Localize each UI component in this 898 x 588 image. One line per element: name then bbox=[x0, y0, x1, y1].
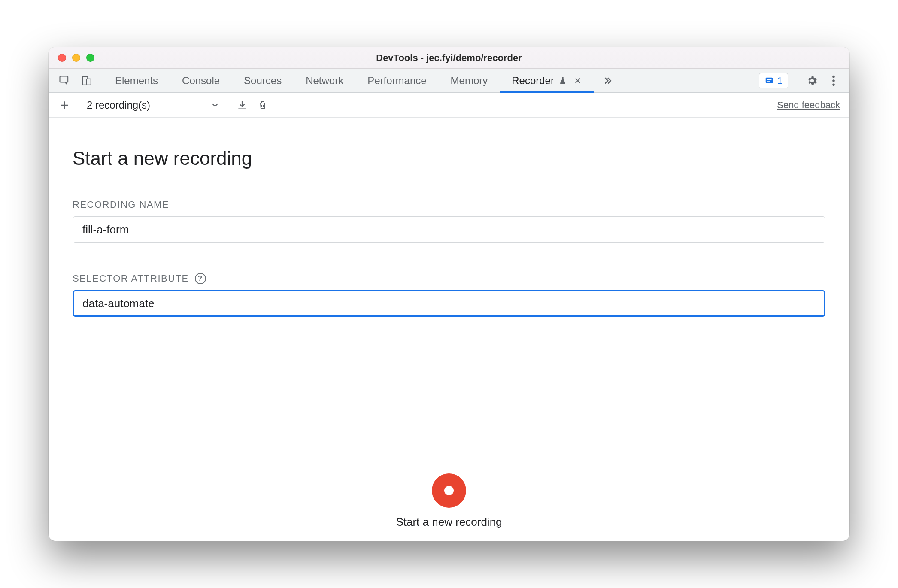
more-tabs-icon[interactable] bbox=[594, 69, 620, 92]
svg-rect-4 bbox=[767, 79, 771, 80]
recording-name-label: RECORDING NAME bbox=[73, 199, 825, 210]
recording-name-input[interactable] bbox=[73, 216, 825, 243]
svg-rect-2 bbox=[87, 79, 91, 85]
zoom-window-button[interactable] bbox=[86, 54, 94, 62]
recordings-dropdown-label: 2 recording(s) bbox=[87, 99, 150, 111]
devtools-window: DevTools - jec.fyi/demo/recorder bbox=[49, 47, 849, 541]
tab-label: Recorder bbox=[512, 75, 554, 87]
tab-elements[interactable]: Elements bbox=[103, 69, 170, 92]
svg-point-8 bbox=[832, 83, 835, 86]
recorder-toolbar: 2 recording(s) Send feedback bbox=[49, 93, 849, 118]
close-window-button[interactable] bbox=[58, 54, 66, 62]
experiment-flask-icon bbox=[558, 76, 567, 85]
titlebar: DevTools - jec.fyi/demo/recorder bbox=[49, 47, 849, 69]
issues-button[interactable]: 1 bbox=[759, 73, 788, 88]
svg-rect-3 bbox=[766, 77, 773, 83]
start-recording-button[interactable] bbox=[432, 473, 466, 508]
divider bbox=[79, 99, 79, 112]
tab-memory[interactable]: Memory bbox=[439, 69, 500, 92]
more-menu-icon[interactable] bbox=[827, 74, 840, 87]
settings-gear-icon[interactable] bbox=[806, 74, 819, 87]
tab-label: Network bbox=[306, 75, 343, 87]
tab-sources[interactable]: Sources bbox=[232, 69, 294, 92]
start-recording-label: Start a new recording bbox=[396, 515, 502, 529]
selector-attribute-label: SELECTOR ATTRIBUTE ? bbox=[73, 273, 825, 284]
svg-rect-0 bbox=[60, 76, 68, 82]
send-feedback-link[interactable]: Send feedback bbox=[777, 100, 840, 111]
main-tabstrip: Elements Console Sources Network Perform… bbox=[49, 69, 849, 93]
tab-label: Elements bbox=[115, 75, 158, 87]
close-tab-icon[interactable] bbox=[574, 77, 582, 85]
tab-label: Console bbox=[182, 75, 220, 87]
recorder-footer: Start a new recording bbox=[49, 463, 849, 541]
tab-label: Sources bbox=[244, 75, 282, 87]
inspect-element-icon[interactable] bbox=[58, 74, 71, 87]
tab-performance[interactable]: Performance bbox=[355, 69, 438, 92]
recordings-dropdown[interactable]: 2 recording(s) bbox=[87, 99, 220, 111]
svg-point-6 bbox=[832, 75, 835, 78]
record-icon bbox=[444, 486, 454, 495]
recorder-start-panel: Start a new recording RECORDING NAME SEL… bbox=[49, 118, 849, 463]
device-toolbar-icon[interactable] bbox=[80, 74, 93, 87]
tab-recorder[interactable]: Recorder bbox=[500, 69, 594, 92]
divider bbox=[228, 99, 228, 112]
minimize-window-button[interactable] bbox=[72, 54, 80, 62]
issues-icon bbox=[765, 76, 774, 85]
tab-console[interactable]: Console bbox=[170, 69, 232, 92]
export-icon[interactable] bbox=[236, 99, 249, 112]
add-recording-icon[interactable] bbox=[58, 99, 71, 112]
svg-point-7 bbox=[832, 79, 835, 82]
divider bbox=[797, 74, 797, 87]
tab-label: Memory bbox=[451, 75, 488, 87]
tab-label: Performance bbox=[367, 75, 426, 87]
issues-count: 1 bbox=[777, 75, 783, 86]
page-heading: Start a new recording bbox=[73, 148, 825, 169]
svg-rect-5 bbox=[767, 81, 770, 82]
window-controls bbox=[49, 54, 94, 62]
selector-attribute-input[interactable] bbox=[73, 290, 825, 317]
delete-icon[interactable] bbox=[256, 99, 269, 112]
help-icon[interactable]: ? bbox=[195, 273, 206, 284]
tab-network[interactable]: Network bbox=[294, 69, 355, 92]
chevron-down-icon bbox=[210, 100, 220, 110]
window-title: DevTools - jec.fyi/demo/recorder bbox=[49, 52, 849, 64]
